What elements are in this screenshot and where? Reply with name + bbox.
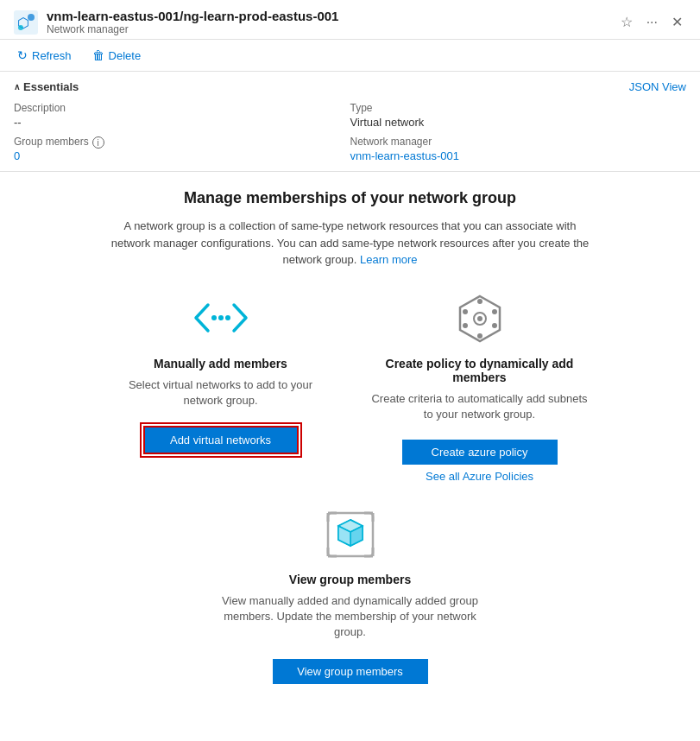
type-field: Type Virtual network — [350, 102, 687, 129]
delete-icon: 🗑 — [92, 48, 104, 62]
svg-point-3 — [18, 25, 23, 30]
description-field: Description -- — [14, 102, 350, 129]
svg-point-11 — [492, 323, 497, 328]
svg-point-2 — [28, 14, 35, 21]
create-policy-card: Create policy to dynamically add members… — [368, 293, 592, 483]
svg-point-14 — [477, 299, 482, 304]
group-members-value[interactable]: 0 — [14, 149, 350, 162]
refresh-label: Refresh — [32, 49, 72, 62]
essentials-section: ∧ Essentials JSON View Description -- Gr… — [0, 72, 700, 172]
delete-button[interactable]: 🗑 Delete — [89, 47, 145, 64]
view-group-members-title: View group members — [289, 573, 411, 586]
manage-memberships-title: Manage memberships of your network group — [35, 189, 665, 207]
title-bar: ⬡ vnm-learn-eastus-001/ng-learn-prod-eas… — [0, 0, 700, 40]
more-button[interactable]: ··· — [643, 13, 661, 32]
view-group-members-button[interactable]: View group members — [273, 659, 428, 684]
json-view-link[interactable]: JSON View — [629, 80, 686, 93]
create-policy-icon — [450, 293, 510, 345]
svg-point-4 — [211, 315, 217, 320]
refresh-button[interactable]: ↻ Refresh — [14, 47, 75, 64]
svg-point-15 — [477, 333, 482, 339]
title-bar-actions: ☆ ··· ✕ — [617, 12, 686, 32]
learn-more-link[interactable]: Learn more — [360, 253, 417, 266]
view-group-members-btn-wrapper: View group members — [273, 659, 428, 684]
essentials-col-left: Description -- Group members i 0 — [14, 102, 350, 162]
see-all-azure-policies-link[interactable]: See all Azure Policies — [402, 470, 558, 483]
network-manager-field: Network manager vnm-learn-eastus-001 — [350, 136, 687, 162]
view-group-members-desc: View manually added and dynamically adde… — [221, 593, 480, 641]
svg-point-5 — [218, 315, 224, 320]
chevron-icon: ∧ — [14, 82, 20, 92]
essentials-title: ∧ Essentials — [14, 80, 79, 93]
delete-label: Delete — [109, 49, 142, 62]
view-group-members-card: View group members View manually added a… — [35, 509, 665, 685]
svg-point-12 — [463, 309, 468, 314]
page-title: vnm-learn-eastus-001/ng-learn-prod-eastu… — [47, 9, 338, 23]
create-azure-policy-button[interactable]: Create azure policy — [402, 440, 558, 465]
cards-row: Manually add members Select virtual netw… — [35, 293, 665, 483]
svg-point-10 — [492, 309, 497, 314]
close-button[interactable]: ✕ — [668, 12, 686, 32]
svg-point-13 — [463, 323, 468, 328]
essentials-col-right: Type Virtual network Network manager vnm… — [350, 102, 687, 162]
network-manager-icon: ⬡ — [14, 10, 38, 35]
manually-add-desc: Select virtual networks to add to your n… — [109, 377, 333, 408]
create-policy-desc: Create criteria to automatically add sub… — [368, 391, 592, 422]
add-virtual-networks-btn-wrapper: Add virtual networks — [143, 426, 299, 454]
svg-point-6 — [225, 315, 230, 320]
manually-add-title: Manually add members — [154, 357, 287, 370]
essentials-header: ∧ Essentials JSON View — [14, 80, 686, 93]
toolbar: ↻ Refresh 🗑 Delete — [0, 40, 700, 72]
group-members-info-icon[interactable]: i — [92, 136, 104, 149]
manually-add-icon — [191, 293, 251, 345]
page-subtitle: Network manager — [47, 23, 338, 35]
refresh-icon: ↻ — [17, 48, 28, 62]
add-virtual-networks-button[interactable]: Add virtual networks — [143, 426, 299, 454]
favorite-button[interactable]: ☆ — [617, 12, 636, 32]
create-policy-title: Create policy to dynamically add members — [368, 357, 592, 384]
create-policy-btn-wrapper: Create azure policy See all Azure Polici… — [402, 440, 558, 483]
group-members-field: Group members i 0 — [14, 136, 350, 162]
view-group-members-icon — [319, 509, 382, 560]
title-bar-text: vnm-learn-eastus-001/ng-learn-prod-eastu… — [47, 9, 338, 35]
svg-point-9 — [477, 316, 482, 321]
manage-memberships-description: A network group is a collection of same-… — [109, 218, 592, 269]
essentials-grid: Description -- Group members i 0 Type Vi… — [14, 102, 686, 162]
manually-add-card: Manually add members Select virtual netw… — [109, 293, 333, 483]
network-manager-value[interactable]: vnm-learn-eastus-001 — [350, 149, 687, 162]
main-content: Manage memberships of your network group… — [0, 172, 700, 701]
